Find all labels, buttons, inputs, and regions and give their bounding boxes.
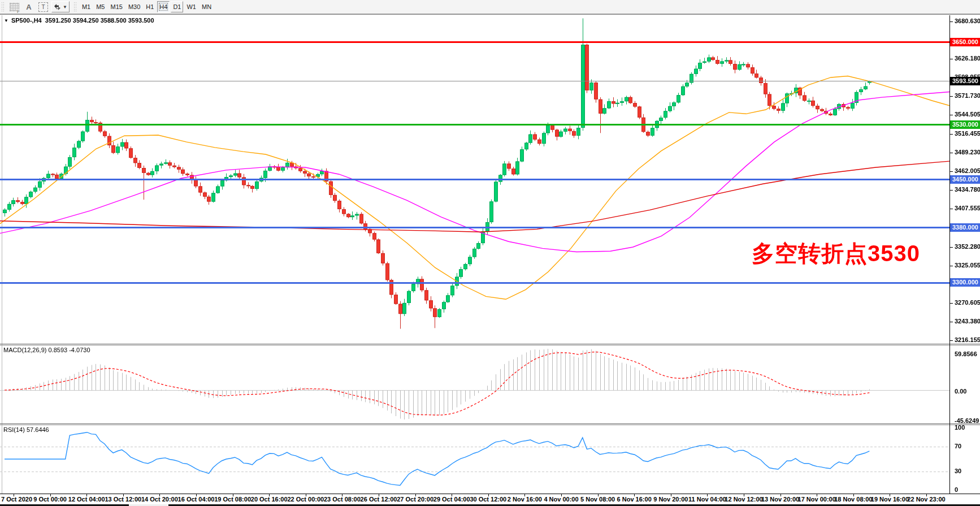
toolbar-grip[interactable] [73, 2, 77, 12]
timeframe-button-m1[interactable]: M1 [80, 1, 93, 12]
price-tick-mark [950, 322, 953, 322]
price-tick-label: 3462.005 [955, 167, 980, 174]
price-tick-label: 3626.180 [955, 55, 980, 62]
hline-price-label: 3450.000 [950, 175, 980, 184]
time-axis-label: 22 Oct 00:00 [287, 496, 324, 503]
timeframes-toolbar: M1M5M15M30H1H4D1W1MN [79, 0, 214, 14]
price-tick-mark [950, 134, 953, 135]
rsi-axis-label: 30 [955, 468, 961, 474]
price-axis-border [949, 15, 950, 504]
time-axis-label: 12 Oct 04:00 [68, 496, 105, 503]
chart-area: ▼SP500-,H4 3591.250 3594.250 3588.500 35… [0, 14, 980, 504]
panel-separator[interactable] [0, 423, 980, 424]
time-axis-label: 19 Oct 08:00 [214, 496, 251, 503]
macd-axis-label: 59.8566 [955, 351, 977, 357]
timeframe-button-h1[interactable]: H1 [144, 1, 156, 12]
price-tick-label: 3516.455 [955, 130, 980, 137]
timeframe-button-mn[interactable]: MN [200, 1, 214, 12]
price-tick-label: 3571.730 [955, 92, 980, 99]
rsi-indicator-chart[interactable] [0, 425, 949, 494]
hline-3650.000[interactable] [0, 41, 949, 43]
letter-a-icon: A [26, 3, 31, 11]
text-tool-button[interactable]: T [36, 1, 50, 12]
time-axis-label: 29 Oct 04:00 [433, 496, 470, 503]
toolbar: F A T ▼ M1M5M15M30H1H4D1W1MN [0, 0, 980, 14]
timeframe-button-h4[interactable]: H4 [157, 1, 170, 12]
toolbar-grip[interactable] [1, 2, 5, 12]
rsi-axis-label: 70 [955, 443, 961, 449]
price-tick-label: 3544.505 [955, 111, 980, 118]
panel-separator[interactable] [0, 425, 980, 425]
price-tick-mark [950, 153, 953, 153]
hline-price-label: 3650.000 [950, 38, 980, 46]
time-axis-label: 23 Oct 08:00 [324, 496, 361, 503]
arrow-label-button[interactable]: A [23, 1, 35, 12]
price-tick-mark [950, 340, 953, 341]
hline-3450.000[interactable] [0, 179, 949, 180]
macd-label: MACD(12,26,9) [3, 347, 46, 353]
time-axis-label: 6 Nov 16:00 [617, 496, 652, 503]
grid-f-icon: F [10, 3, 19, 11]
price-tick-label: 3325.055 [955, 262, 980, 269]
time-axis-label: 26 Oct 12:00 [361, 496, 397, 503]
line-studies-toolbar: F A T ▼ [0, 0, 79, 14]
mt4-window: F A T ▼ M1M5M15M30H1H4D1W1MN [0, 0, 980, 506]
price-tick-mark [950, 190, 953, 191]
timeframe-button-d1[interactable]: D1 [171, 1, 183, 12]
time-axis-label: 22 Nov 23:00 [907, 496, 945, 503]
chevron-down-icon: ▼ [63, 5, 67, 10]
price-tick-label: 3270.605 [955, 299, 980, 306]
chart-properties-button[interactable]: F [7, 1, 21, 12]
price-tick-label: 3489.230 [955, 149, 980, 155]
time-axis-label: 18 Nov 08:00 [834, 496, 872, 503]
hline-3300.000[interactable] [0, 282, 949, 284]
time-axis-label: 4 Nov 00:00 [544, 496, 578, 503]
price-tick-label: 3352.280 [955, 243, 980, 250]
time-axis-label: 17 Nov 00:00 [798, 496, 836, 503]
price-tick-mark [950, 209, 953, 209]
time-axis-label: 27 Oct 20:00 [397, 496, 433, 503]
symbol-title[interactable]: ▼SP500-,H4 3591.250 3594.250 3588.500 35… [4, 17, 154, 24]
price-tick-mark [950, 21, 953, 22]
hline-price-label: 3530.000 [950, 120, 980, 129]
macd-title[interactable]: MACD(12,26,9) 0.8593 -4.0730 [3, 347, 90, 353]
hline-3530.000[interactable] [0, 124, 949, 126]
collapse-triangle-icon[interactable]: ▼ [4, 18, 8, 23]
price-tick-mark [950, 115, 953, 115]
current-price-label: 3593.500 [950, 77, 980, 85]
timeframe-button-m15[interactable]: M15 [108, 1, 124, 12]
macd-values: 0.8593 -4.0730 [48, 347, 90, 353]
panel-separator[interactable] [0, 345, 980, 345]
price-tick-label: 3680.630 [955, 18, 980, 24]
macd-axis-label: 0.00 [955, 388, 966, 395]
time-axis[interactable]: 7 Oct 20209 Oct 00:0012 Oct 04:0013 Oct … [0, 494, 980, 504]
rsi-axis-label: 100 [955, 424, 965, 431]
arrows-dropdown-button[interactable]: ▼ [51, 1, 70, 12]
price-tick-label: 3243.380 [955, 318, 980, 325]
timeframe-button-w1[interactable]: W1 [184, 1, 198, 12]
rsi-value: 57.6446 [27, 426, 49, 433]
time-axis-label: 19 Nov 16:00 [871, 496, 909, 503]
price-tick-label: 3434.780 [955, 186, 980, 193]
time-axis-label: 14 Oct 20:00 [141, 496, 178, 503]
hline-3380.000[interactable] [0, 227, 949, 228]
price-tick-mark [950, 59, 953, 59]
timeframe-button-m30[interactable]: M30 [126, 1, 142, 12]
rsi-axis-label: 0 [955, 486, 958, 493]
time-axis-label: 13 Nov 20:00 [761, 496, 799, 503]
time-axis-label: 12 Nov 12:00 [725, 496, 762, 503]
time-axis-label: 11 Nov 04:00 [688, 496, 726, 503]
macd-indicator-chart[interactable] [0, 345, 949, 423]
current-price-line[interactable] [0, 81, 949, 81]
price-tick-mark [950, 266, 953, 266]
time-axis-label: 9 Nov 20:00 [653, 496, 688, 503]
panel-separator[interactable] [0, 344, 980, 344]
timeframe-button-m5[interactable]: M5 [94, 1, 107, 12]
symbol-name: SP500-,H4 [11, 17, 42, 24]
price-tick-mark [950, 247, 953, 248]
chart-annotation-text[interactable]: 多空转折点3530 [752, 238, 920, 269]
rsi-title[interactable]: RSI(14) 57.6446 [3, 426, 49, 433]
price-tick-label: 3216.155 [955, 336, 980, 343]
price-tick-mark [950, 96, 953, 97]
time-axis-label: 9 Oct 00:00 [33, 496, 67, 503]
